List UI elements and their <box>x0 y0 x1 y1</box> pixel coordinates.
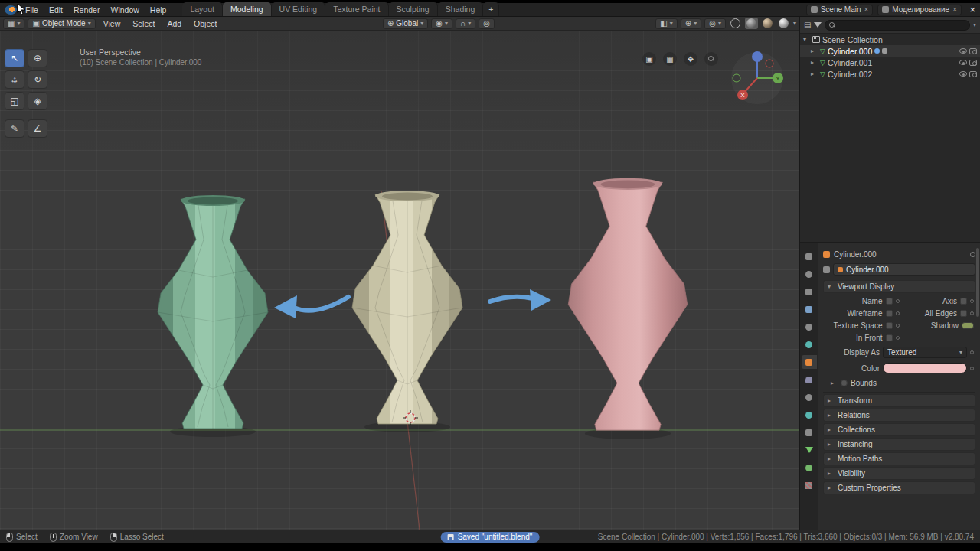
menu-window[interactable]: Window <box>105 3 144 16</box>
disclosure-icon[interactable]: ▸ <box>811 70 818 77</box>
3d-viewport[interactable]: User Perspective (10) Scene Collection |… <box>0 31 799 530</box>
render-visibility-icon[interactable] <box>969 48 977 54</box>
render-visibility-icon[interactable] <box>969 60 977 66</box>
tab-constraints[interactable] <box>802 425 817 439</box>
shading-solid-button[interactable] <box>745 18 758 29</box>
disclosure-icon[interactable]: ▸ <box>811 59 818 66</box>
color-swatch[interactable] <box>883 363 967 373</box>
outliner-row-cylinder-000[interactable]: ▸ ▽ Cylinder.000 <box>800 45 980 57</box>
tab-physics[interactable] <box>802 408 817 422</box>
tab-scene[interactable] <box>802 320 817 334</box>
transform-tool[interactable]: ◈ <box>28 92 47 110</box>
shadow-checkbox[interactable] <box>962 322 974 329</box>
menu-edit[interactable]: Edit <box>44 3 68 16</box>
vase-green[interactable] <box>158 195 268 437</box>
tab-modifiers[interactable] <box>802 373 817 386</box>
menu-select[interactable]: Select <box>128 19 159 28</box>
overlays-dropdown[interactable]: ◎ ▾ <box>704 18 726 29</box>
texture-space-checkbox[interactable] <box>886 322 893 329</box>
panel-custom-properties[interactable]: ▸ Custom Properties <box>823 481 975 494</box>
disclosure-icon[interactable]: ▾ <box>803 36 810 43</box>
disclosure-icon[interactable]: ▸ <box>831 380 838 386</box>
wireframe-checkbox[interactable] <box>886 310 893 317</box>
scale-tool[interactable]: ◱ <box>5 92 24 110</box>
menu-help[interactable]: Help <box>145 3 172 16</box>
panel-collections[interactable]: ▸ Collections <box>823 423 975 436</box>
outliner-editor-icon[interactable]: ▤ <box>804 21 811 29</box>
scene-selector[interactable]: Scene Main × <box>806 5 874 15</box>
in-front-checkbox[interactable] <box>886 334 893 341</box>
panel-relations[interactable]: ▸ Relations <box>823 409 975 422</box>
shading-options-chevron-icon[interactable]: ▾ <box>793 20 796 27</box>
tab-world[interactable] <box>802 337 817 351</box>
decorator-icon[interactable] <box>970 367 974 370</box>
snap-toggle[interactable]: ∩ ▾ <box>456 18 475 29</box>
tab-sculpting[interactable]: Sculpting <box>389 2 438 16</box>
rotate-tool[interactable]: ↻ <box>28 70 47 89</box>
shading-rendered-button[interactable] <box>777 18 790 29</box>
name-checkbox[interactable] <box>886 298 893 305</box>
proportional-editing-toggle[interactable]: ◎ <box>479 18 495 29</box>
decorator-icon[interactable] <box>970 299 974 303</box>
window-close-icon[interactable]: × <box>969 4 975 15</box>
camera-view-button[interactable]: ▣ <box>642 52 656 66</box>
gizmo-x-neg-axis[interactable] <box>766 60 773 67</box>
scene-unlink-icon[interactable]: × <box>864 6 868 14</box>
display-as-select[interactable]: Textured ▾ <box>883 347 967 358</box>
transform-orientation-select[interactable]: ⊕ Global ▾ <box>383 18 428 29</box>
perspective-toggle-button[interactable]: ▦ <box>663 52 677 66</box>
outliner-row-cylinder-002[interactable]: ▸ ▽ Cylinder.002 <box>800 68 980 80</box>
menu-add[interactable]: Add <box>162 19 186 28</box>
outliner-row-cylinder-001[interactable]: ▸ ▽ Cylinder.001 <box>800 57 980 68</box>
tab-shading[interactable]: Shading <box>438 2 484 16</box>
tab-object[interactable] <box>802 355 817 369</box>
viewport-display-panel-header[interactable]: ▾ Viewport Display <box>823 280 975 293</box>
panel-visibility[interactable]: ▸ Visibility <box>823 467 975 480</box>
view-layer-selector[interactable]: Моделирование × <box>877 5 962 15</box>
measure-tool[interactable]: ∠ <box>28 119 47 138</box>
panel-motion-paths[interactable]: ▸ Motion Paths <box>823 452 975 465</box>
filter-funnel-icon[interactable] <box>814 22 822 28</box>
cursor-tool[interactable]: ⊕ <box>28 49 47 67</box>
annotate-tool[interactable]: ✎ <box>5 119 24 138</box>
vase-pink[interactable] <box>568 178 688 439</box>
mode-select[interactable]: ▣ Object Mode ▾ <box>28 18 95 29</box>
disclosure-icon[interactable]: ▸ <box>811 47 818 54</box>
tab-texture-paint[interactable]: Texture Paint <box>325 2 388 16</box>
gizmo-z-axis[interactable] <box>752 51 763 62</box>
pin-icon[interactable] <box>970 252 975 257</box>
blender-logo-icon[interactable] <box>5 5 17 15</box>
select-box-tool[interactable]: ↖ <box>5 49 24 67</box>
tab-texture[interactable] <box>802 478 817 492</box>
filter-chevron-icon[interactable]: ▾ <box>973 21 976 28</box>
move-tool[interactable] <box>5 70 24 89</box>
render-visibility-icon[interactable] <box>969 71 977 77</box>
menu-view[interactable]: View <box>99 19 126 28</box>
all-edges-checkbox[interactable] <box>960 310 967 317</box>
tab-output[interactable] <box>802 285 817 298</box>
hide-eye-icon[interactable] <box>959 60 967 65</box>
outliner-row-scene-collection[interactable]: ▾ Scene Collection <box>800 34 980 45</box>
menu-object[interactable]: Object <box>189 19 221 28</box>
decorator-icon[interactable] <box>970 350 974 354</box>
tab-modeling[interactable]: Modeling <box>223 2 272 16</box>
tab-layout[interactable]: Layout <box>182 2 223 16</box>
gizmos-dropdown[interactable]: ⊕ ▾ <box>681 18 701 29</box>
menu-render[interactable]: Render <box>68 3 105 16</box>
object-name-field[interactable]: Cylinder.000 <box>833 263 975 276</box>
panel-instancing[interactable]: ▸ Instancing <box>823 438 975 451</box>
editor-type-button[interactable]: ▦ ▾ <box>3 18 24 29</box>
axis-checkbox[interactable] <box>960 298 967 305</box>
gizmo-y-neg-axis[interactable] <box>733 74 740 82</box>
move-view-button[interactable]: ✥ <box>684 52 697 66</box>
tab-object-data[interactable] <box>802 443 817 457</box>
bounds-checkbox[interactable] <box>841 380 848 386</box>
tab-tool[interactable] <box>802 249 817 263</box>
decorator-icon[interactable] <box>970 311 974 315</box>
outliner-search-input[interactable] <box>825 20 970 31</box>
pivot-point-select[interactable]: ◉ ▾ <box>431 18 452 29</box>
tab-uv-editing[interactable]: UV Editing <box>272 2 326 16</box>
properties-scrollbar[interactable] <box>976 248 979 317</box>
shading-wireframe-button[interactable] <box>729 18 742 29</box>
view-layer-unlink-icon[interactable]: × <box>952 6 957 14</box>
